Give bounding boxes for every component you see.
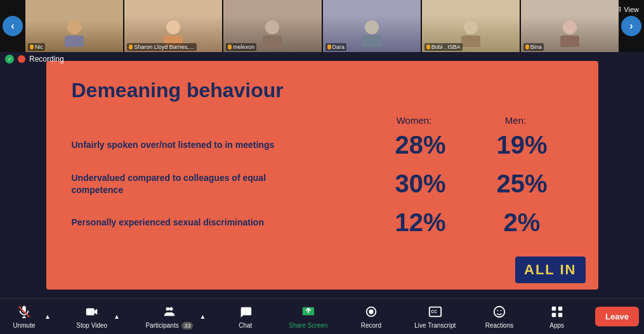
reactions-button[interactable]: Reactions — [480, 302, 518, 331]
share-screen-icon — [301, 305, 315, 321]
svg-rect-16 — [551, 312, 555, 316]
col-header-men: Men: — [465, 115, 567, 126]
next-video-btn[interactable]: › — [621, 16, 641, 36]
svg-rect-14 — [551, 306, 555, 310]
svg-point-5 — [169, 307, 173, 311]
live-transcript-icon: CC — [428, 305, 442, 321]
row-values-2: 30% 25% — [370, 170, 573, 198]
video-label-sharon: Sharon Lloyd Barnes,… — [127, 43, 197, 51]
video-thumb-nic: Nic — [25, 0, 123, 52]
video-label-dara: Dara — [325, 43, 347, 51]
record-icon — [364, 305, 378, 321]
slide: Demeaning behaviour Women: Men: Unfairly… — [46, 61, 598, 290]
leave-button[interactable]: Leave — [595, 307, 639, 326]
video-label-bina: Bina — [523, 43, 544, 51]
apps-button[interactable]: Apps — [538, 302, 576, 331]
row-values-3: 12% 2% — [370, 208, 573, 237]
video-thumb-melexon: melexon — [223, 0, 321, 52]
unmute-group: Unmute ▲ — [5, 302, 52, 331]
participants-group: Participants 33 ▲ — [140, 302, 207, 331]
row-value-men-1: 19% — [471, 131, 573, 159]
recording-bar: ✓ Recording — [5, 55, 64, 63]
live-transcript-button[interactable]: CC Live Transcript — [409, 302, 461, 331]
svg-point-12 — [497, 310, 498, 311]
recording-label: Recording — [29, 55, 64, 63]
stop-video-group: Stop Video ▲ — [71, 302, 121, 331]
video-thumb-dara: Dara — [323, 0, 421, 52]
row-label-3: Personally experienced sexual discrimina… — [72, 217, 313, 228]
chat-icon — [239, 305, 253, 321]
video-icon — [85, 305, 99, 321]
share-screen-label: Share Screen — [289, 322, 327, 329]
chat-button[interactable]: Chat — [227, 302, 265, 331]
participants-label: Participants 33 — [145, 322, 193, 329]
recording-dot — [18, 55, 25, 63]
svg-point-8 — [369, 309, 373, 314]
record-button[interactable]: Record — [352, 302, 390, 331]
stop-video-label: Stop Video — [76, 322, 107, 329]
slide-table: Women: Men: Unfairly spoken over/not lis… — [72, 115, 573, 237]
apps-icon — [550, 305, 564, 321]
live-transcript-label: Live Transcript — [414, 322, 456, 329]
row-value-men-3: 2% — [471, 208, 573, 237]
video-thumb-bina: Bina — [521, 0, 619, 52]
video-thumb-sharon: Sharon Lloyd Barnes,… — [124, 0, 222, 52]
video-label-melexon: melexon — [226, 43, 256, 51]
video-thumb-bobi: Bobi , ISBA — [422, 0, 520, 52]
svg-rect-15 — [558, 306, 562, 310]
apps-label: Apps — [549, 322, 564, 329]
main-content: Demeaning behaviour Women: Men: Unfairly… — [0, 52, 644, 298]
stop-video-button[interactable]: Stop Video — [71, 302, 112, 331]
svg-text:CC: CC — [431, 309, 437, 313]
video-strip: ⊞ View ‹ Nic — [0, 0, 644, 52]
participants-button[interactable]: Participants 33 — [140, 302, 198, 331]
svg-point-4 — [166, 307, 169, 311]
col-header-women: Women: — [364, 115, 465, 126]
slide-title: Demeaning behaviour — [72, 79, 573, 102]
slide-row-3: Personally experienced sexual discrimina… — [72, 208, 573, 237]
chat-label: Chat — [239, 322, 252, 329]
slide-row-1: Unfairly spoken over/not listened to in … — [72, 131, 573, 159]
slide-header-row: Women: Men: — [72, 115, 573, 126]
toolbar: Unmute ▲ Stop Video ▲ — [0, 298, 644, 334]
row-value-women-3: 12% — [370, 208, 471, 237]
video-thumbnails: Nic Sharon Lloyd Barnes,… — [25, 0, 619, 52]
allin-logo: ALL IN — [515, 257, 585, 283]
share-screen-button[interactable]: Share Screen — [284, 302, 332, 331]
reactions-label: Reactions — [485, 322, 513, 329]
participants-icon — [162, 305, 176, 321]
video-label-nic: Nic — [28, 43, 45, 51]
mic-icon — [17, 305, 31, 321]
row-value-men-2: 25% — [471, 170, 573, 198]
check-icon: ✓ — [5, 55, 14, 63]
slide-row-2: Undervalued compared to colleagues of eq… — [72, 170, 573, 198]
row-label-2: Undervalued compared to colleagues of eq… — [72, 172, 313, 195]
video-label-bobi: Bobi , ISBA — [424, 43, 463, 51]
view-label[interactable]: ⊞ View — [615, 5, 639, 13]
row-label-1: Unfairly spoken over/not listened to in … — [72, 139, 313, 150]
unmute-caret[interactable]: ▲ — [43, 311, 52, 323]
svg-point-11 — [494, 306, 505, 317]
stop-video-caret[interactable]: ▲ — [112, 311, 121, 323]
svg-rect-17 — [558, 312, 562, 316]
record-label: Record — [361, 322, 381, 329]
unmute-label: Unmute — [13, 322, 35, 329]
participants-badge: 33 — [181, 322, 193, 330]
participants-caret[interactable]: ▲ — [198, 311, 207, 323]
reactions-icon — [492, 305, 506, 321]
row-values-1: 28% 19% — [370, 131, 573, 159]
row-value-women-1: 28% — [370, 131, 471, 159]
unmute-button[interactable]: Unmute — [5, 302, 43, 331]
row-value-women-2: 30% — [370, 170, 471, 198]
svg-point-13 — [501, 310, 502, 311]
prev-video-btn[interactable]: ‹ — [3, 16, 23, 36]
